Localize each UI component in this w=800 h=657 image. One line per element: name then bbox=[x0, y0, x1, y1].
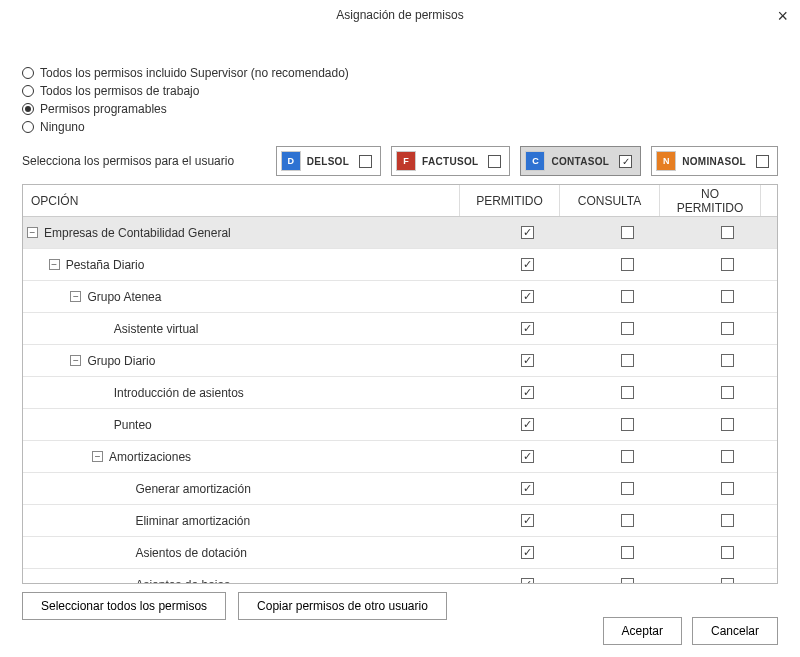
checkbox-consulta[interactable] bbox=[621, 290, 634, 303]
cell-permitido: ✓ bbox=[477, 226, 577, 239]
cell-no_permitido bbox=[677, 482, 777, 495]
checkbox-consulta[interactable] bbox=[621, 514, 634, 527]
checkbox-permitido[interactable]: ✓ bbox=[521, 386, 534, 399]
checkbox-permitido[interactable]: ✓ bbox=[521, 546, 534, 559]
checkbox-no_permitido[interactable] bbox=[721, 258, 734, 271]
checkbox-permitido[interactable]: ✓ bbox=[521, 226, 534, 239]
checkbox-no_permitido[interactable] bbox=[721, 226, 734, 239]
table-row[interactable]: Asientos de dotación✓ bbox=[23, 537, 777, 569]
cell-opcion: Asientos de dotación bbox=[23, 546, 477, 560]
checkbox-no_permitido[interactable] bbox=[721, 450, 734, 463]
radio-icon[interactable] bbox=[22, 103, 34, 115]
app-checkbox[interactable] bbox=[359, 155, 372, 168]
checkbox-permitido[interactable]: ✓ bbox=[521, 418, 534, 431]
cell-no_permitido bbox=[677, 322, 777, 335]
checkbox-consulta[interactable] bbox=[621, 386, 634, 399]
checkbox-permitido[interactable]: ✓ bbox=[521, 450, 534, 463]
checkbox-permitido[interactable]: ✓ bbox=[521, 290, 534, 303]
app-button-contasol[interactable]: CCONTASOL✓ bbox=[520, 146, 641, 176]
checkbox-no_permitido[interactable] bbox=[721, 290, 734, 303]
cell-consulta bbox=[577, 418, 677, 431]
checkbox-no_permitido[interactable] bbox=[721, 514, 734, 527]
checkbox-consulta[interactable] bbox=[621, 226, 634, 239]
cell-opcion: −Empresas de Contabilidad General bbox=[23, 226, 477, 240]
table-row[interactable]: −Amortizaciones✓ bbox=[23, 441, 777, 473]
cell-opcion: −Amortizaciones bbox=[23, 450, 477, 464]
select-permissions-label: Selecciona los permisos para el usuario bbox=[22, 154, 254, 168]
accept-button[interactable]: Aceptar bbox=[603, 617, 682, 645]
table-row[interactable]: −Grupo Diario✓ bbox=[23, 345, 777, 377]
copy-permissions-button[interactable]: Copiar permisos de otro usuario bbox=[238, 592, 447, 620]
checkbox-no_permitido[interactable] bbox=[721, 578, 734, 583]
cell-no_permitido bbox=[677, 546, 777, 559]
app-label: CONTASOL bbox=[551, 156, 609, 167]
cancel-button[interactable]: Cancelar bbox=[692, 617, 778, 645]
table-row[interactable]: −Empresas de Contabilidad General✓ bbox=[23, 217, 777, 249]
checkbox-consulta[interactable] bbox=[621, 482, 634, 495]
row-label: Pestaña Diario bbox=[66, 258, 145, 272]
cell-consulta bbox=[577, 354, 677, 367]
checkbox-consulta[interactable] bbox=[621, 418, 634, 431]
radio-icon[interactable] bbox=[22, 121, 34, 133]
radio-option[interactable]: Permisos programables bbox=[22, 100, 778, 118]
checkbox-no_permitido[interactable] bbox=[721, 418, 734, 431]
close-icon[interactable]: × bbox=[777, 6, 788, 27]
table-body[interactable]: −Empresas de Contabilidad General✓ −Pest… bbox=[23, 217, 777, 583]
radio-option[interactable]: Ninguno bbox=[22, 118, 778, 136]
table-row[interactable]: Eliminar amortización✓ bbox=[23, 505, 777, 537]
app-label: DELSOL bbox=[307, 156, 349, 167]
table-row[interactable]: Asientos de bajas✓ bbox=[23, 569, 777, 583]
cell-permitido: ✓ bbox=[477, 258, 577, 271]
row-label: Punteo bbox=[114, 418, 152, 432]
tree-toggle-icon[interactable]: − bbox=[70, 355, 81, 366]
cell-opcion: Asientos de bajas bbox=[23, 578, 477, 584]
checkbox-no_permitido[interactable] bbox=[721, 322, 734, 335]
checkbox-consulta[interactable] bbox=[621, 322, 634, 335]
app-checkbox[interactable]: ✓ bbox=[619, 155, 632, 168]
radio-icon[interactable] bbox=[22, 67, 34, 79]
table-row[interactable]: Generar amortización✓ bbox=[23, 473, 777, 505]
table-row[interactable]: −Grupo Atenea✓ bbox=[23, 281, 777, 313]
checkbox-consulta[interactable] bbox=[621, 578, 634, 583]
checkbox-permitido[interactable]: ✓ bbox=[521, 514, 534, 527]
app-button-factusol[interactable]: FFACTUSOL bbox=[391, 146, 510, 176]
permission-mode-radio-group: Todos los permisos incluido Supervisor (… bbox=[22, 64, 778, 136]
checkbox-consulta[interactable] bbox=[621, 546, 634, 559]
tree-toggle-icon[interactable]: − bbox=[70, 291, 81, 302]
radio-label: Todos los permisos incluido Supervisor (… bbox=[40, 66, 349, 80]
checkbox-consulta[interactable] bbox=[621, 258, 634, 271]
checkbox-no_permitido[interactable] bbox=[721, 546, 734, 559]
tree-toggle-icon[interactable]: − bbox=[27, 227, 38, 238]
checkbox-permitido[interactable]: ✓ bbox=[521, 578, 534, 583]
select-all-permissions-button[interactable]: Seleccionar todos los permisos bbox=[22, 592, 226, 620]
table-row[interactable]: Punteo✓ bbox=[23, 409, 777, 441]
app-checkbox[interactable] bbox=[488, 155, 501, 168]
table-row[interactable]: −Pestaña Diario✓ bbox=[23, 249, 777, 281]
checkbox-permitido[interactable]: ✓ bbox=[521, 482, 534, 495]
cell-no_permitido bbox=[677, 418, 777, 431]
radio-icon[interactable] bbox=[22, 85, 34, 97]
checkbox-consulta[interactable] bbox=[621, 354, 634, 367]
cell-permitido: ✓ bbox=[477, 578, 577, 583]
cell-consulta bbox=[577, 514, 677, 527]
radio-option[interactable]: Todos los permisos de trabajo bbox=[22, 82, 778, 100]
checkbox-no_permitido[interactable] bbox=[721, 482, 734, 495]
tree-toggle-icon[interactable]: − bbox=[49, 259, 60, 270]
table-header: OPCIÓN PERMITIDO CONSULTA NO PERMITIDO bbox=[23, 185, 777, 217]
table-row[interactable]: Asistente virtual✓ bbox=[23, 313, 777, 345]
row-label: Eliminar amortización bbox=[135, 514, 250, 528]
tree-toggle-icon[interactable]: − bbox=[92, 451, 103, 462]
checkbox-no_permitido[interactable] bbox=[721, 386, 734, 399]
table-row[interactable]: Introducción de asientos✓ bbox=[23, 377, 777, 409]
radio-option[interactable]: Todos los permisos incluido Supervisor (… bbox=[22, 64, 778, 82]
checkbox-no_permitido[interactable] bbox=[721, 354, 734, 367]
checkbox-permitido[interactable]: ✓ bbox=[521, 258, 534, 271]
checkbox-consulta[interactable] bbox=[621, 450, 634, 463]
radio-label: Permisos programables bbox=[40, 102, 167, 116]
app-button-nominasol[interactable]: NNOMINASOL bbox=[651, 146, 778, 176]
app-button-delsol[interactable]: DDELSOL bbox=[276, 146, 381, 176]
checkbox-permitido[interactable]: ✓ bbox=[521, 322, 534, 335]
cell-consulta bbox=[577, 386, 677, 399]
app-checkbox[interactable] bbox=[756, 155, 769, 168]
checkbox-permitido[interactable]: ✓ bbox=[521, 354, 534, 367]
